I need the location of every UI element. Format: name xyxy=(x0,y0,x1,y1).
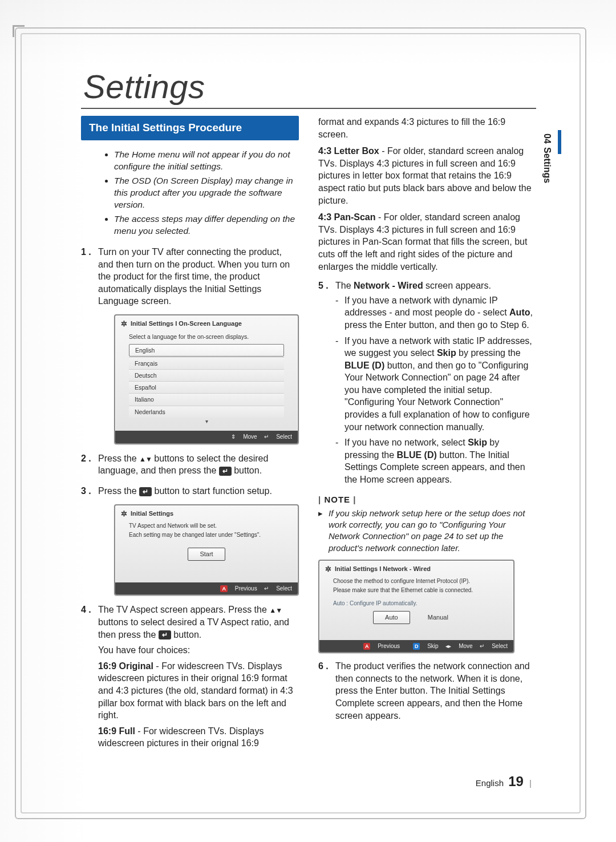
step-5-item: If you have a network with static IP add… xyxy=(335,335,536,434)
footer-select-hint: ↵ Select xyxy=(480,643,508,649)
step-5-item: If you have a network with dynamic IP ad… xyxy=(335,294,536,331)
enter-button-icon xyxy=(139,487,152,496)
steps-list: Turn on your TV after connecting the pro… xyxy=(81,246,299,750)
up-down-arrows-icon xyxy=(269,605,282,614)
language-option[interactable]: English xyxy=(129,344,284,357)
step-text: Turn on your TV after connecting the pro… xyxy=(98,247,290,306)
steps-list-continued-2: The product verifies the network connect… xyxy=(318,660,536,722)
up-down-arrows-icon xyxy=(139,454,152,463)
scroll-down-icon: ▾ xyxy=(129,418,284,426)
screenshot-footer: A Previous D Skip ◂▸ Move ↵ Select xyxy=(319,640,513,653)
side-tab-label: Settings xyxy=(542,147,552,183)
side-tab-accent xyxy=(558,130,561,154)
red-a-key-icon: A xyxy=(220,585,228,592)
red-a-key-icon: A xyxy=(363,643,371,650)
enter-button-icon xyxy=(159,630,171,639)
section-header: The Initial Settings Procedure xyxy=(81,116,299,140)
screenshot-titlebar: Initial Settings I Network - Wired xyxy=(319,561,513,577)
step-text: The product verifies the network connect… xyxy=(335,661,530,720)
intro-note-item: The Home menu will not appear if you do … xyxy=(114,149,299,173)
language-option[interactable]: Deutsch xyxy=(129,369,284,381)
screenshot-footer: ⇕ Move ↵ Select xyxy=(115,431,298,443)
intro-note-item: The access steps may differ depending on… xyxy=(114,213,299,237)
enter-button-icon xyxy=(219,467,232,476)
step-5-sublist: If you have a network with dynamic IP ad… xyxy=(335,294,536,486)
screenshot-line: Each setting may be changed later under … xyxy=(129,531,284,539)
intro-note-list: The Home menu will not appear if you do … xyxy=(81,149,299,237)
language-option[interactable]: Français xyxy=(129,357,284,369)
intro-note-item: The OSD (On Screen Display) may change i… xyxy=(114,175,299,211)
screenshot-footer: A Previous ↵ Select xyxy=(115,582,298,595)
language-option[interactable]: Nederlands xyxy=(129,406,284,418)
step-6: The product verifies the network connect… xyxy=(318,660,536,722)
page-content: Settings The Initial Settings Procedure … xyxy=(81,67,536,796)
language-option[interactable]: Italiano xyxy=(129,393,284,405)
manual-button[interactable]: Manual xyxy=(416,612,460,624)
step-4: The TV Aspect screen appears. Press the … xyxy=(81,604,299,750)
side-tab-number: 04 xyxy=(542,133,552,144)
step-1: Turn on your TV after connecting the pro… xyxy=(81,246,299,444)
aspect-option: 4:3 Letter Box - For older, standard scr… xyxy=(318,145,536,207)
step-3: Press the button to start function setup… xyxy=(81,485,299,596)
steps-list-continued: The Network - Wired screen appears. If y… xyxy=(318,280,536,486)
footer-language: English xyxy=(476,778,504,788)
screenshot-line: Please make sure that the Ethernet cable… xyxy=(333,586,500,594)
step-2: Press the buttons to select the desired … xyxy=(81,452,299,477)
start-button[interactable]: Start xyxy=(188,548,225,561)
step-subtext: You have four choices: xyxy=(98,644,299,657)
screenshot-titlebar: Initial Settings I On-Screen Language xyxy=(115,315,298,331)
screenshot-line: Choose the method to configure Internet … xyxy=(333,577,500,585)
page-title: Settings xyxy=(81,67,536,109)
screenshot-titlebar: Initial Settings xyxy=(115,505,298,521)
gear-icon xyxy=(121,509,127,519)
blue-d-key-icon: D xyxy=(413,643,420,650)
screenshot-title: Initial Settings xyxy=(131,509,173,518)
footer-page-number: 19 xyxy=(508,774,524,789)
screenshot-initial-settings: Initial Settings TV Aspect and Network w… xyxy=(114,504,299,596)
screenshot-line: TV Aspect and Network will be set. xyxy=(129,522,284,530)
step-5-item: If you have no network, select Skip by p… xyxy=(335,436,536,485)
aspect-option: 4:3 Pan-Scan - For older, standard scree… xyxy=(318,211,536,273)
footer-select-hint: ↵ Select xyxy=(264,434,292,440)
screenshot-network-wired: Initial Settings I Network - Wired Choos… xyxy=(318,560,514,653)
right-column: format and expands 4:3 pictures to fill … xyxy=(318,116,536,758)
gear-icon xyxy=(121,319,127,329)
screenshot-auto-info: Auto : Configure IP automatically. xyxy=(333,600,500,608)
language-option-list: English Français Deutsch Español Italian… xyxy=(129,344,284,418)
screenshot-title: Initial Settings I On-Screen Language xyxy=(131,319,242,328)
page-footer: English 19 xyxy=(476,774,532,790)
screenshot-title: Initial Settings I Network - Wired xyxy=(335,565,431,573)
footer-move-hint: ⇕ Move xyxy=(231,434,257,440)
screenshot-instruction: Select a language for the on-screen disp… xyxy=(129,333,284,341)
footer-previous-hint: A Previous xyxy=(214,585,257,592)
gear-icon xyxy=(325,564,331,574)
footer-previous-hint: A Previous xyxy=(358,643,400,649)
footer-move-hint: ◂▸ Move xyxy=(445,643,472,649)
footer-select-hint: ↵ Select xyxy=(264,585,292,592)
language-option[interactable]: Español xyxy=(129,381,284,393)
note-label: NOTE xyxy=(318,494,536,505)
section-side-tab: 04 Settings xyxy=(542,130,556,183)
aspect-option: 16:9 Full - For widescreen TVs. Displays… xyxy=(98,725,299,750)
aspect-option: 16:9 Original - For widescreen TVs. Disp… xyxy=(98,660,299,722)
left-column: The Initial Settings Procedure The Home … xyxy=(81,116,299,758)
screenshot-language: Initial Settings I On-Screen Language Se… xyxy=(114,314,299,444)
footer-skip-hint: D Skip xyxy=(407,643,439,649)
step-5: The Network - Wired screen appears. If y… xyxy=(318,280,536,486)
auto-button[interactable]: Auto xyxy=(373,611,410,624)
aspect-option-continued: format and expands 4:3 pictures to fill … xyxy=(318,116,536,140)
note-text: If you skip network setup here or the se… xyxy=(318,508,536,554)
